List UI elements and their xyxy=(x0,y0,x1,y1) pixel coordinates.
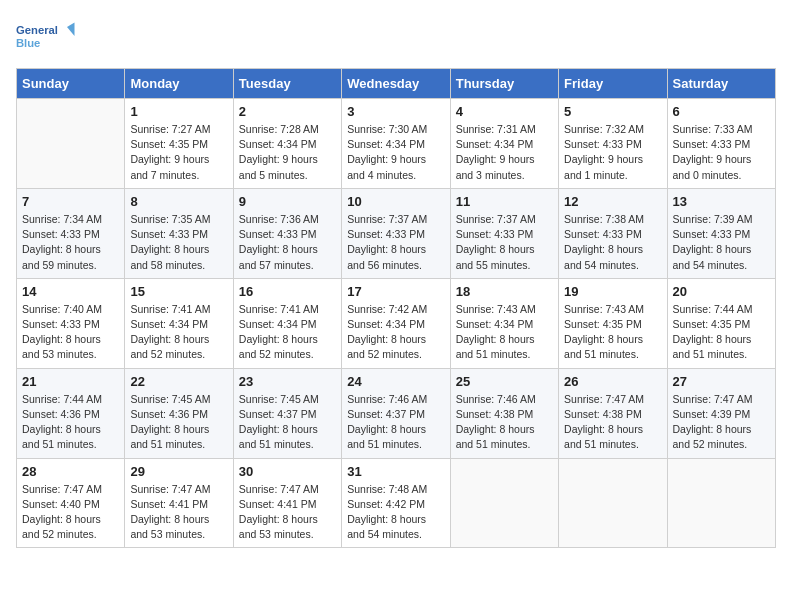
day-info: Sunrise: 7:47 AM Sunset: 4:41 PM Dayligh… xyxy=(130,482,227,543)
day-info: Sunrise: 7:27 AM Sunset: 4:35 PM Dayligh… xyxy=(130,122,227,183)
column-header-saturday: Saturday xyxy=(667,69,775,99)
day-info: Sunrise: 7:46 AM Sunset: 4:38 PM Dayligh… xyxy=(456,392,553,453)
day-info: Sunrise: 7:33 AM Sunset: 4:33 PM Dayligh… xyxy=(673,122,770,183)
column-header-thursday: Thursday xyxy=(450,69,558,99)
calendar-cell: 2Sunrise: 7:28 AM Sunset: 4:34 PM Daylig… xyxy=(233,99,341,189)
calendar-cell: 21Sunrise: 7:44 AM Sunset: 4:36 PM Dayli… xyxy=(17,368,125,458)
day-number: 4 xyxy=(456,104,553,119)
calendar-cell xyxy=(450,458,558,548)
day-number: 24 xyxy=(347,374,444,389)
day-number: 9 xyxy=(239,194,336,209)
day-info: Sunrise: 7:37 AM Sunset: 4:33 PM Dayligh… xyxy=(456,212,553,273)
calendar-cell: 28Sunrise: 7:47 AM Sunset: 4:40 PM Dayli… xyxy=(17,458,125,548)
day-number: 27 xyxy=(673,374,770,389)
column-header-wednesday: Wednesday xyxy=(342,69,450,99)
day-info: Sunrise: 7:40 AM Sunset: 4:33 PM Dayligh… xyxy=(22,302,119,363)
calendar-cell: 11Sunrise: 7:37 AM Sunset: 4:33 PM Dayli… xyxy=(450,188,558,278)
day-number: 3 xyxy=(347,104,444,119)
calendar-cell: 16Sunrise: 7:41 AM Sunset: 4:34 PM Dayli… xyxy=(233,278,341,368)
calendar-cell xyxy=(17,99,125,189)
calendar-cell: 20Sunrise: 7:44 AM Sunset: 4:35 PM Dayli… xyxy=(667,278,775,368)
calendar-cell: 10Sunrise: 7:37 AM Sunset: 4:33 PM Dayli… xyxy=(342,188,450,278)
day-info: Sunrise: 7:47 AM Sunset: 4:39 PM Dayligh… xyxy=(673,392,770,453)
day-info: Sunrise: 7:32 AM Sunset: 4:33 PM Dayligh… xyxy=(564,122,661,183)
day-info: Sunrise: 7:42 AM Sunset: 4:34 PM Dayligh… xyxy=(347,302,444,363)
calendar-cell: 3Sunrise: 7:30 AM Sunset: 4:34 PM Daylig… xyxy=(342,99,450,189)
calendar-cell xyxy=(667,458,775,548)
calendar-cell: 8Sunrise: 7:35 AM Sunset: 4:33 PM Daylig… xyxy=(125,188,233,278)
day-number: 19 xyxy=(564,284,661,299)
calendar-body: 1Sunrise: 7:27 AM Sunset: 4:35 PM Daylig… xyxy=(17,99,776,548)
day-number: 16 xyxy=(239,284,336,299)
calendar-cell: 5Sunrise: 7:32 AM Sunset: 4:33 PM Daylig… xyxy=(559,99,667,189)
day-number: 6 xyxy=(673,104,770,119)
day-info: Sunrise: 7:28 AM Sunset: 4:34 PM Dayligh… xyxy=(239,122,336,183)
day-number: 8 xyxy=(130,194,227,209)
calendar-cell: 14Sunrise: 7:40 AM Sunset: 4:33 PM Dayli… xyxy=(17,278,125,368)
calendar-cell: 1Sunrise: 7:27 AM Sunset: 4:35 PM Daylig… xyxy=(125,99,233,189)
day-info: Sunrise: 7:46 AM Sunset: 4:37 PM Dayligh… xyxy=(347,392,444,453)
calendar-cell: 24Sunrise: 7:46 AM Sunset: 4:37 PM Dayli… xyxy=(342,368,450,458)
day-number: 28 xyxy=(22,464,119,479)
day-number: 13 xyxy=(673,194,770,209)
column-header-sunday: Sunday xyxy=(17,69,125,99)
calendar-cell: 31Sunrise: 7:48 AM Sunset: 4:42 PM Dayli… xyxy=(342,458,450,548)
day-number: 29 xyxy=(130,464,227,479)
logo-svg: General Blue xyxy=(16,16,76,56)
calendar-cell: 22Sunrise: 7:45 AM Sunset: 4:36 PM Dayli… xyxy=(125,368,233,458)
calendar-table: SundayMondayTuesdayWednesdayThursdayFrid… xyxy=(16,68,776,548)
day-info: Sunrise: 7:30 AM Sunset: 4:34 PM Dayligh… xyxy=(347,122,444,183)
day-info: Sunrise: 7:47 AM Sunset: 4:38 PM Dayligh… xyxy=(564,392,661,453)
day-info: Sunrise: 7:44 AM Sunset: 4:36 PM Dayligh… xyxy=(22,392,119,453)
column-header-tuesday: Tuesday xyxy=(233,69,341,99)
day-number: 10 xyxy=(347,194,444,209)
page-header: General Blue xyxy=(16,16,776,56)
day-info: Sunrise: 7:41 AM Sunset: 4:34 PM Dayligh… xyxy=(239,302,336,363)
calendar-week-row: 21Sunrise: 7:44 AM Sunset: 4:36 PM Dayli… xyxy=(17,368,776,458)
day-number: 7 xyxy=(22,194,119,209)
day-number: 26 xyxy=(564,374,661,389)
day-number: 22 xyxy=(130,374,227,389)
day-info: Sunrise: 7:38 AM Sunset: 4:33 PM Dayligh… xyxy=(564,212,661,273)
day-info: Sunrise: 7:43 AM Sunset: 4:34 PM Dayligh… xyxy=(456,302,553,363)
day-number: 11 xyxy=(456,194,553,209)
day-number: 1 xyxy=(130,104,227,119)
day-info: Sunrise: 7:43 AM Sunset: 4:35 PM Dayligh… xyxy=(564,302,661,363)
calendar-cell: 25Sunrise: 7:46 AM Sunset: 4:38 PM Dayli… xyxy=(450,368,558,458)
day-number: 12 xyxy=(564,194,661,209)
day-number: 18 xyxy=(456,284,553,299)
calendar-cell: 7Sunrise: 7:34 AM Sunset: 4:33 PM Daylig… xyxy=(17,188,125,278)
day-info: Sunrise: 7:31 AM Sunset: 4:34 PM Dayligh… xyxy=(456,122,553,183)
calendar-cell: 30Sunrise: 7:47 AM Sunset: 4:41 PM Dayli… xyxy=(233,458,341,548)
day-number: 17 xyxy=(347,284,444,299)
day-info: Sunrise: 7:37 AM Sunset: 4:33 PM Dayligh… xyxy=(347,212,444,273)
day-number: 14 xyxy=(22,284,119,299)
calendar-cell xyxy=(559,458,667,548)
calendar-cell: 17Sunrise: 7:42 AM Sunset: 4:34 PM Dayli… xyxy=(342,278,450,368)
calendar-cell: 13Sunrise: 7:39 AM Sunset: 4:33 PM Dayli… xyxy=(667,188,775,278)
day-info: Sunrise: 7:36 AM Sunset: 4:33 PM Dayligh… xyxy=(239,212,336,273)
day-info: Sunrise: 7:44 AM Sunset: 4:35 PM Dayligh… xyxy=(673,302,770,363)
calendar-cell: 19Sunrise: 7:43 AM Sunset: 4:35 PM Dayli… xyxy=(559,278,667,368)
calendar-week-row: 1Sunrise: 7:27 AM Sunset: 4:35 PM Daylig… xyxy=(17,99,776,189)
svg-text:General: General xyxy=(16,24,58,36)
calendar-cell: 9Sunrise: 7:36 AM Sunset: 4:33 PM Daylig… xyxy=(233,188,341,278)
calendar-cell: 27Sunrise: 7:47 AM Sunset: 4:39 PM Dayli… xyxy=(667,368,775,458)
calendar-cell: 29Sunrise: 7:47 AM Sunset: 4:41 PM Dayli… xyxy=(125,458,233,548)
day-info: Sunrise: 7:45 AM Sunset: 4:37 PM Dayligh… xyxy=(239,392,336,453)
calendar-cell: 12Sunrise: 7:38 AM Sunset: 4:33 PM Dayli… xyxy=(559,188,667,278)
calendar-cell: 26Sunrise: 7:47 AM Sunset: 4:38 PM Dayli… xyxy=(559,368,667,458)
day-info: Sunrise: 7:39 AM Sunset: 4:33 PM Dayligh… xyxy=(673,212,770,273)
day-info: Sunrise: 7:41 AM Sunset: 4:34 PM Dayligh… xyxy=(130,302,227,363)
calendar-week-row: 28Sunrise: 7:47 AM Sunset: 4:40 PM Dayli… xyxy=(17,458,776,548)
svg-text:Blue: Blue xyxy=(16,37,40,49)
calendar-cell: 6Sunrise: 7:33 AM Sunset: 4:33 PM Daylig… xyxy=(667,99,775,189)
day-info: Sunrise: 7:35 AM Sunset: 4:33 PM Dayligh… xyxy=(130,212,227,273)
column-header-monday: Monday xyxy=(125,69,233,99)
calendar-week-row: 7Sunrise: 7:34 AM Sunset: 4:33 PM Daylig… xyxy=(17,188,776,278)
calendar-cell: 4Sunrise: 7:31 AM Sunset: 4:34 PM Daylig… xyxy=(450,99,558,189)
calendar-header-row: SundayMondayTuesdayWednesdayThursdayFrid… xyxy=(17,69,776,99)
calendar-cell: 23Sunrise: 7:45 AM Sunset: 4:37 PM Dayli… xyxy=(233,368,341,458)
day-number: 21 xyxy=(22,374,119,389)
calendar-week-row: 14Sunrise: 7:40 AM Sunset: 4:33 PM Dayli… xyxy=(17,278,776,368)
